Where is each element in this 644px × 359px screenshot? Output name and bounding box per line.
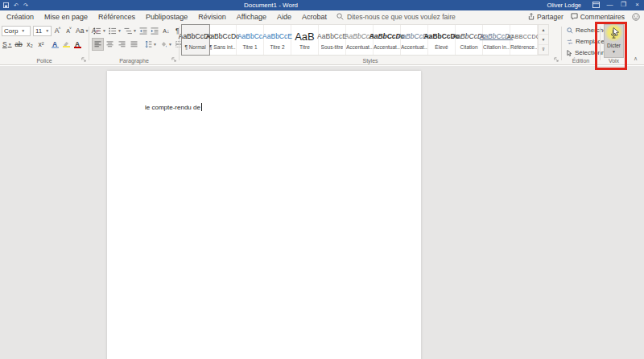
line-spacing-button[interactable]: ▼ — [143, 39, 158, 50]
mouse-cursor-icon — [613, 27, 620, 36]
highlight-color-button[interactable] — [61, 39, 72, 50]
paragraph-dialog-launcher-icon[interactable] — [171, 57, 176, 62]
bullet-list-button[interactable]: ▼ — [93, 25, 107, 36]
window-title: Document1 - Word — [244, 0, 298, 10]
decrease-indent-button[interactable] — [138, 25, 149, 36]
tab-publipostage[interactable]: Publipostage — [146, 13, 188, 21]
multilevel-list-button[interactable]: ▼ — [123, 25, 138, 36]
align-center-icon — [106, 41, 114, 47]
align-right-icon — [118, 41, 126, 47]
justify-icon — [130, 41, 138, 47]
style-titre-2[interactable]: AaBbCcETitre 2 — [264, 25, 291, 55]
strikethrough-button[interactable]: ab — [14, 39, 24, 50]
group-label-edition: Édition — [562, 58, 600, 64]
dictate-button[interactable]: Dicter ▼ — [604, 24, 624, 58]
styles-dialog-launcher-icon[interactable] — [554, 57, 559, 62]
font-dialog-launcher-icon[interactable] — [81, 57, 86, 62]
style-titre-1[interactable]: AaBbCcTitre 1 — [237, 25, 264, 55]
comment-icon — [571, 13, 578, 20]
title-bar: ↶ ↷ Document1 - Word Oliver Lodge — ❐ × — [0, 0, 644, 10]
text-cursor — [201, 103, 202, 111]
sort-button[interactable]: A↓ — [161, 25, 171, 36]
grow-font-button[interactable]: A˄ — [52, 25, 63, 36]
superscript-button[interactable]: x² — [36, 39, 47, 50]
numbered-list-icon — [109, 27, 117, 35]
align-center-button[interactable] — [105, 39, 115, 50]
document-page[interactable]: le compte-rendu de — [107, 71, 421, 359]
feedback-smiley-icon[interactable] — [632, 13, 640, 21]
tell-me-search[interactable]: Dites-nous ce que vous voulez faire — [336, 13, 456, 21]
gallery-scroll-up-icon[interactable]: ▲ — [539, 25, 548, 35]
minimize-button[interactable]: — — [603, 0, 617, 10]
chevron-down-icon: ▼ — [21, 28, 25, 33]
align-left-icon — [94, 41, 101, 47]
style-titre[interactable]: AaBTitre — [291, 25, 319, 55]
close-button[interactable]: × — [630, 0, 644, 10]
tab-affichage[interactable]: Affichage — [237, 13, 266, 21]
chevron-down-icon: ▼ — [612, 49, 616, 54]
restore-button[interactable]: ❐ — [617, 0, 630, 10]
subscript-button[interactable]: x₂ — [25, 39, 35, 50]
document-text: le compte-rendu de — [145, 103, 202, 111]
share-button[interactable]: Partager — [528, 13, 564, 21]
decrease-indent-icon — [139, 27, 147, 35]
replace-icon — [567, 39, 573, 45]
word-window: ↶ ↷ Document1 - Word Oliver Lodge — ❐ × … — [0, 0, 644, 359]
style-reference[interactable]: AABBCCDCRéférence... — [510, 25, 538, 55]
increase-indent-icon — [151, 27, 159, 35]
text-effects-button[interactable]: A — [50, 39, 60, 50]
font-color-button[interactable]: A — [72, 39, 83, 50]
editing-group: Rechercher Remplacer Sélectionner ▼ Édit… — [562, 23, 600, 64]
undo-icon[interactable]: ↶ — [14, 2, 19, 9]
paint-bucket-icon — [160, 41, 167, 47]
quick-access-toolbar: ↶ ↷ — [3, 0, 28, 10]
tab-mise-en-page[interactable]: Mise en page — [44, 13, 88, 21]
gallery-scroll-down-icon[interactable]: ▼ — [539, 35, 548, 44]
tab-revision[interactable]: Révision — [198, 13, 226, 21]
ribbon-tabs-row: Création Mise en page Références Publipo… — [0, 10, 644, 23]
align-right-button[interactable] — [117, 39, 127, 50]
shading-button[interactable]: ▼ — [159, 39, 173, 50]
numbered-list-button[interactable]: ▼ — [108, 25, 122, 36]
group-label-voix: Voix — [601, 58, 627, 64]
styles-gallery: AaBbCcDc¶ Normal AaBbCcDc¶ Sans int... A… — [181, 24, 549, 56]
search-icon — [567, 27, 573, 34]
font-group: Corp▼ 11▼ A˄ A˅ Aa▼ A◤ S▼ ab x₂ x² A — [0, 23, 89, 64]
voice-group: Dicter ▼ Voix — [601, 23, 627, 64]
document-canvas: le compte-rendu de — [0, 66, 644, 359]
style-sous-titre[interactable]: AaBbCcESous-titre — [319, 25, 346, 55]
redo-icon[interactable]: ↷ — [23, 2, 28, 9]
ribbon: Corp▼ 11▼ A˄ A˅ Aa▼ A◤ S▼ ab x₂ x² A — [0, 23, 644, 65]
styles-group: AaBbCcDc¶ Normal AaBbCcDc¶ Sans int... A… — [180, 23, 561, 64]
justify-button[interactable] — [129, 39, 139, 50]
account-name[interactable]: Oliver Lodge — [547, 2, 581, 9]
share-icon — [528, 13, 535, 20]
style-sans-interligne[interactable]: AaBbCcDc¶ Sans int... — [209, 25, 237, 55]
comments-button[interactable]: Commentaires — [571, 13, 625, 21]
search-icon — [336, 13, 344, 20]
font-name-combo[interactable]: Corp▼ — [2, 26, 31, 36]
ribbon-display-options-icon[interactable] — [589, 0, 603, 10]
styles-gallery-scrollbar: ▲ ▼ ⊽ — [538, 25, 548, 55]
underline-button[interactable]: S▼ — [2, 39, 13, 50]
search-placeholder: Dites-nous ce que vous voulez faire — [347, 13, 456, 21]
paragraph-group: ▼ ▼ ▼ A↓ ¶ — [89, 23, 179, 64]
align-left-button[interactable] — [93, 39, 103, 50]
multilevel-list-icon — [124, 27, 132, 35]
tab-aide[interactable]: Aide — [277, 13, 291, 21]
tab-references[interactable]: Références — [98, 13, 135, 21]
increase-indent-button[interactable] — [150, 25, 160, 36]
tab-creation[interactable]: Création — [6, 13, 34, 21]
group-label-styles: Styles — [180, 58, 561, 64]
tab-acrobat[interactable]: Acrobat — [302, 13, 327, 21]
shrink-font-button[interactable]: A˅ — [64, 25, 74, 36]
group-label-paragraphe: Paragraphe — [89, 58, 179, 64]
font-size-combo[interactable]: 11▼ — [33, 26, 52, 36]
group-label-police: Police — [0, 58, 89, 64]
save-icon[interactable] — [3, 2, 9, 8]
collapse-ribbon-icon[interactable]: ∧ — [634, 56, 638, 62]
chevron-down-icon: ▼ — [45, 28, 49, 33]
bullet-list-icon — [93, 27, 101, 35]
gallery-more-icon[interactable]: ⊽ — [539, 45, 548, 55]
change-case-button[interactable]: Aa▼ — [75, 25, 89, 36]
